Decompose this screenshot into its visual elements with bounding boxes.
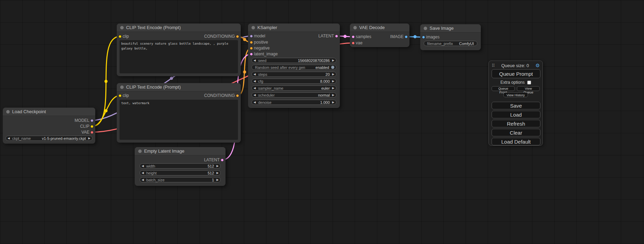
wire-midpoint-dot bbox=[243, 38, 246, 41]
node-clip-text-encode-positive[interactable]: CLIP Text Encode (Prompt) clip CONDITION… bbox=[117, 24, 241, 76]
node-empty-latent-image[interactable]: Empty Latent Image LATENT ◀ width 512 ▶ … bbox=[135, 147, 226, 186]
collapse-dot-icon[interactable] bbox=[6, 110, 10, 114]
output-dot-model[interactable] bbox=[90, 119, 94, 122]
prompt-textarea[interactable]: text, watermark bbox=[120, 100, 238, 140]
increment-arrow-icon[interactable]: ▶ bbox=[217, 172, 219, 174]
node-titlebar[interactable]: CLIP Text Encode (Prompt) bbox=[117, 83, 241, 91]
increment-arrow-icon[interactable]: ▶ bbox=[217, 179, 219, 181]
decrement-arrow-icon[interactable]: ◀ bbox=[142, 179, 144, 181]
collapse-dot-icon[interactable] bbox=[138, 150, 142, 153]
increment-arrow-icon[interactable]: ▶ bbox=[332, 87, 334, 90]
input-dot-clip[interactable] bbox=[118, 35, 122, 38]
input-dot-positive[interactable] bbox=[250, 41, 253, 44]
output-dot-conditioning[interactable] bbox=[236, 35, 239, 38]
increment-arrow-icon[interactable]: ▶ bbox=[332, 80, 334, 83]
decrement-arrow-icon[interactable]: ◀ bbox=[254, 87, 256, 90]
widget-cfg[interactable]: ◀ cfg 8.000 ▶ bbox=[252, 79, 336, 84]
node-titlebar[interactable]: KSampler bbox=[248, 24, 340, 32]
input-dot-negative[interactable] bbox=[250, 47, 253, 50]
toggle-indicator-icon[interactable] bbox=[331, 66, 334, 69]
widget-value: ComfyUI bbox=[459, 42, 474, 46]
refresh-button[interactable]: Refresh bbox=[492, 120, 540, 127]
settings-gear-icon[interactable]: ⚙ bbox=[535, 63, 540, 68]
queue-prompt-button[interactable]: Queue Prompt bbox=[492, 69, 540, 78]
menu-header: ⠿ Queue size: 0 ⚙ bbox=[492, 62, 540, 69]
widget-width[interactable]: ◀ width 512 ▶ bbox=[140, 163, 221, 169]
view-queue-button[interactable]: View Queue bbox=[517, 86, 540, 91]
decrement-arrow-icon[interactable]: ◀ bbox=[254, 101, 256, 104]
view-history-button[interactable]: View History bbox=[503, 92, 528, 97]
input-dot-images[interactable] bbox=[422, 36, 425, 39]
node-save-image[interactable]: Save Image images filename_prefix ComfyU… bbox=[420, 24, 481, 50]
node-title: Empty Latent Image bbox=[144, 148, 184, 154]
output-slot-image: IMAGE bbox=[390, 34, 409, 39]
node-vae-decode[interactable]: VAE Decode samples vae IMAGE bbox=[350, 24, 409, 47]
increment-arrow-icon[interactable]: ▶ bbox=[332, 94, 334, 97]
menu-drag-handle-icon[interactable]: ⠿ bbox=[492, 63, 495, 68]
input-dot-latent-image[interactable] bbox=[250, 53, 253, 56]
increment-arrow-icon[interactable]: ▶ bbox=[332, 59, 334, 62]
widget-label: sampler_name bbox=[258, 86, 283, 90]
input-dot-vae[interactable] bbox=[352, 42, 355, 45]
widget-height[interactable]: ◀ height 512 ▶ bbox=[140, 170, 221, 175]
widget-random-seed-toggle[interactable]: Random seed after every gen enabled bbox=[252, 65, 336, 70]
decrement-arrow-icon[interactable]: ◀ bbox=[142, 172, 144, 174]
output-slot-conditioning: CONDITIONING bbox=[204, 34, 241, 39]
load-button[interactable]: Load bbox=[492, 111, 540, 118]
widget-label: height bbox=[146, 171, 157, 175]
output-dot-latent[interactable] bbox=[335, 35, 338, 38]
graph-canvas[interactable]: Load Checkpoint MODEL CLIP VAE ◀ ckpt_na… bbox=[0, 0, 644, 244]
increment-arrow-icon[interactable]: ▶ bbox=[88, 137, 90, 140]
widget-label: batch_size bbox=[146, 178, 165, 182]
node-clip-text-encode-negative[interactable]: CLIP Text Encode (Prompt) clip CONDITION… bbox=[117, 83, 241, 143]
queue-front-button[interactable]: Queue Front bbox=[492, 86, 515, 91]
extra-options-checkbox[interactable] bbox=[527, 81, 531, 84]
decrement-arrow-icon[interactable]: ◀ bbox=[254, 80, 256, 83]
node-titlebar[interactable]: Save Image bbox=[420, 24, 481, 33]
save-button[interactable]: Save bbox=[492, 102, 540, 109]
load-default-button[interactable]: Load Default bbox=[492, 138, 540, 145]
collapse-dot-icon[interactable] bbox=[353, 26, 357, 29]
input-dot-samples[interactable] bbox=[352, 35, 355, 38]
output-dot-conditioning[interactable] bbox=[236, 94, 239, 97]
widget-steps[interactable]: ◀ steps 20 ▶ bbox=[252, 72, 336, 77]
node-titlebar[interactable]: VAE Decode bbox=[350, 24, 409, 32]
decrement-arrow-icon[interactable]: ◀ bbox=[142, 165, 144, 168]
decrement-arrow-icon[interactable]: ◀ bbox=[254, 59, 256, 62]
increment-arrow-icon[interactable]: ▶ bbox=[217, 165, 219, 168]
output-dot-clip[interactable] bbox=[90, 125, 94, 128]
slot-label: LATENT bbox=[318, 34, 334, 38]
increment-arrow-icon[interactable]: ▶ bbox=[332, 73, 334, 76]
increment-arrow-icon[interactable]: ▶ bbox=[332, 101, 334, 104]
output-dot-image[interactable] bbox=[405, 35, 408, 38]
decrement-arrow-icon[interactable]: ◀ bbox=[8, 137, 10, 140]
node-titlebar[interactable]: Load Checkpoint bbox=[3, 108, 95, 116]
widget-ckpt-name[interactable]: ◀ ckpt_name v1-5-pruned-emaonly.ckpt ▶ bbox=[6, 136, 92, 141]
widget-filename-prefix[interactable]: filename_prefix ComfyUI bbox=[424, 41, 477, 46]
queue-actions-row: Queue Front View Queue bbox=[492, 86, 540, 91]
prompt-textarea[interactable]: beautiful scenery nature glass bottle la… bbox=[120, 40, 238, 73]
widget-label: steps bbox=[258, 72, 267, 76]
widget-scheduler[interactable]: ◀ scheduler normal ▶ bbox=[252, 92, 336, 98]
widget-sampler-name[interactable]: ◀ sampler_name euler ▶ bbox=[252, 85, 336, 91]
node-load-checkpoint[interactable]: Load Checkpoint MODEL CLIP VAE ◀ ckpt_na… bbox=[3, 108, 95, 144]
decrement-arrow-icon[interactable]: ◀ bbox=[254, 94, 256, 97]
collapse-dot-icon[interactable] bbox=[252, 26, 255, 29]
collapse-dot-icon[interactable] bbox=[424, 27, 427, 30]
widget-value: v1-5-pruned-emaonly.ckpt bbox=[42, 136, 86, 141]
widget-denoise[interactable]: ◀ denoise 1.000 ▶ bbox=[252, 100, 336, 105]
node-titlebar[interactable]: Empty Latent Image bbox=[135, 147, 226, 155]
collapse-dot-icon[interactable] bbox=[120, 85, 124, 89]
output-dot-latent[interactable] bbox=[221, 159, 224, 162]
decrement-arrow-icon[interactable]: ◀ bbox=[254, 73, 256, 76]
node-titlebar[interactable]: CLIP Text Encode (Prompt) bbox=[117, 24, 241, 32]
widget-value: enabled bbox=[316, 65, 329, 70]
widget-batch-size[interactable]: ◀ batch_size 1 ▶ bbox=[140, 177, 221, 182]
input-dot-clip[interactable] bbox=[118, 94, 122, 97]
clear-button[interactable]: Clear bbox=[492, 129, 540, 136]
output-dot-vae[interactable] bbox=[90, 131, 94, 134]
node-ksampler[interactable]: KSampler model positive negative latent_… bbox=[248, 24, 340, 108]
input-dot-model[interactable] bbox=[250, 35, 253, 38]
widget-seed[interactable]: ◀ seed 156680208700286 ▶ bbox=[252, 58, 336, 63]
collapse-dot-icon[interactable] bbox=[120, 26, 124, 29]
